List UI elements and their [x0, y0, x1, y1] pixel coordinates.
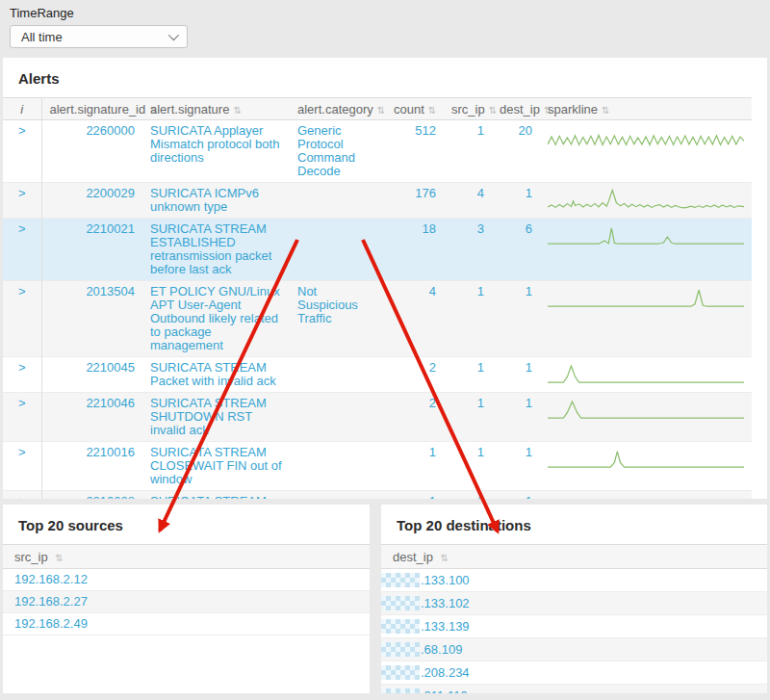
sparkline-cell	[540, 281, 752, 357]
alert-dest-ip-count[interactable]: 6	[492, 219, 540, 281]
expand-row-button[interactable]: >	[3, 120, 41, 183]
alert-row[interactable]: >2210038SURICATA STREAM FIN out of windo…	[3, 491, 752, 500]
alert-src-ip-count[interactable]: 1	[444, 442, 492, 491]
expand-row-button[interactable]: >	[3, 357, 41, 393]
alert-row[interactable]: >2200029SURICATA ICMPv6 unknown type1764…	[3, 183, 752, 219]
alert-signature-id[interactable]: 2210045	[41, 357, 142, 393]
alert-category[interactable]	[290, 491, 386, 500]
expand-row-button[interactable]: >	[3, 281, 41, 357]
alert-category[interactable]	[290, 357, 386, 393]
alert-dest-ip-count[interactable]: 1	[492, 183, 540, 219]
alert-count[interactable]: 1	[386, 491, 444, 500]
column-header-alert-signature_id[interactable]: alert.signature_id⇅	[41, 98, 142, 120]
top-destinations-table: dest_ip ⇅ .133.100.133.102.133.139.68.10…	[381, 544, 767, 693]
expand-row-button[interactable]: >	[3, 219, 41, 281]
alert-signature-id[interactable]: 2210016	[41, 442, 142, 491]
alert-dest-ip-count[interactable]: 1	[492, 393, 540, 442]
dest-ip-value[interactable]: .133.100	[381, 569, 767, 592]
alert-src-ip-count[interactable]: 3	[444, 219, 492, 281]
sparkline-chart	[548, 285, 744, 310]
alert-src-ip-count[interactable]: 1	[444, 357, 492, 393]
alert-signature[interactable]: SURICATA STREAM Packet with invalid ack	[142, 357, 290, 393]
alert-src-ip-count[interactable]: 1	[444, 393, 492, 442]
expand-row-button[interactable]: >	[3, 183, 41, 219]
source-ip-value[interactable]: 192.168.2.49	[3, 613, 370, 635]
alert-dest-ip-count[interactable]: 1	[492, 491, 540, 500]
src-ip-column-header[interactable]: src_ip ⇅	[3, 545, 370, 569]
column-header-src_ip[interactable]: src_ip⇅	[444, 98, 492, 120]
alert-row[interactable]: >2210016SURICATA STREAM CLOSEWAIT FIN ou…	[3, 442, 752, 491]
dest-ip-value[interactable]: .68.109	[381, 638, 767, 661]
dest-ip-column-header[interactable]: dest_ip ⇅	[381, 545, 767, 569]
sort-icon: ⇅	[233, 105, 241, 116]
alert-signature[interactable]: SURICATA STREAM CLOSEWAIT FIN out of win…	[142, 442, 290, 491]
sparkline-chart	[548, 124, 744, 149]
alert-row[interactable]: >2210021SURICATA STREAM ESTABLISHED retr…	[3, 219, 752, 281]
expand-row-button[interactable]: >	[3, 491, 41, 500]
dest-ip-value[interactable]: .211.110	[381, 685, 767, 694]
alert-signature-id[interactable]: 2013504	[41, 281, 142, 357]
alert-signature-id[interactable]: 2210038	[41, 491, 142, 500]
alert-count[interactable]: 2	[386, 357, 444, 393]
alert-category[interactable]	[290, 442, 386, 491]
top-destinations-panel: Top 20 destinations dest_ip ⇅ .133.100.1…	[381, 505, 767, 693]
source-ip-value[interactable]: 192.168.2.12	[3, 569, 370, 591]
column-header-alert-category[interactable]: alert.category⇅	[290, 98, 386, 120]
alert-count[interactable]: 4	[386, 281, 444, 357]
timerange-select[interactable]: All time	[10, 25, 188, 48]
alert-count[interactable]: 1	[386, 442, 444, 491]
alert-src-ip-count[interactable]: 1	[444, 281, 492, 357]
alert-count[interactable]: 512	[386, 120, 444, 183]
alert-row[interactable]: >2210046SURICATA STREAM SHUTDOWN RST inv…	[3, 393, 752, 442]
alert-signature[interactable]: SURICATA STREAM FIN out of window	[142, 491, 290, 500]
alert-row[interactable]: >2210045SURICATA STREAM Packet with inva…	[3, 357, 752, 393]
dest-ip-value[interactable]: .208.234	[381, 661, 767, 685]
alerts-table: ialert.signature_id⇅alert.signature⇅aler…	[3, 97, 752, 499]
dest-ip-value[interactable]: .133.102	[381, 592, 767, 615]
alert-dest-ip-count[interactable]: 20	[492, 120, 540, 183]
alerts-table-header: ialert.signature_id⇅alert.signature⇅aler…	[3, 98, 752, 120]
alert-row[interactable]: >2260000SURICATA Applayer Mismatch proto…	[3, 120, 752, 183]
column-header-dest_ip[interactable]: dest_ip⇅	[492, 98, 540, 120]
alert-count[interactable]: 2	[386, 393, 444, 442]
alert-signature-id[interactable]: 2210046	[41, 393, 142, 442]
alert-src-ip-count[interactable]: 1	[444, 120, 492, 183]
sparkline-cell	[540, 183, 752, 219]
column-header-count[interactable]: count⇅	[386, 98, 444, 120]
alert-dest-ip-count[interactable]: 1	[492, 357, 540, 393]
dest-ip-value[interactable]: .133.139	[381, 615, 767, 638]
alert-signature-id[interactable]: 2200029	[41, 183, 142, 219]
alert-signature[interactable]: SURICATA Applayer Mismatch protocol both…	[142, 120, 290, 183]
alert-signature[interactable]: SURICATA STREAM SHUTDOWN RST invalid ack	[142, 393, 290, 442]
alert-signature-id[interactable]: 2260000	[41, 120, 142, 183]
alert-category[interactable]: Not Suspicious Traffic	[290, 281, 386, 357]
column-header-alert-signature[interactable]: alert.signature⇅	[142, 98, 290, 120]
sort-icon: ⇅	[377, 105, 385, 116]
alert-signature[interactable]: SURICATA STREAM ESTABLISHED retransmissi…	[142, 219, 290, 281]
timerange-selected-value: All time	[21, 30, 63, 44]
alert-category[interactable]: Generic Protocol Command Decode	[290, 120, 386, 183]
expand-row-button[interactable]: >	[3, 442, 41, 491]
expand-row-button[interactable]: >	[3, 393, 41, 442]
alert-src-ip-count[interactable]: 1	[444, 491, 492, 500]
alert-category[interactable]	[290, 393, 386, 442]
alert-src-ip-count[interactable]: 4	[444, 183, 492, 219]
alert-row[interactable]: >2013504ET POLICY GNU/Linux APT User-Age…	[3, 281, 752, 357]
sort-icon: ⇅	[489, 105, 497, 116]
alert-signature[interactable]: ET POLICY GNU/Linux APT User-Agent Outbo…	[142, 281, 290, 357]
alert-signature-id[interactable]: 2210021	[41, 219, 142, 281]
sparkline-chart	[548, 446, 744, 471]
alert-category[interactable]	[290, 183, 386, 219]
alert-dest-ip-count[interactable]: 1	[492, 281, 540, 357]
sort-icon: ⇅	[55, 553, 63, 563]
alert-signature[interactable]: SURICATA ICMPv6 unknown type	[142, 183, 290, 219]
source-ip-value[interactable]: 192.168.2.27	[3, 591, 370, 613]
sparkline-chart	[548, 397, 744, 422]
alert-category[interactable]	[290, 219, 386, 281]
alert-count[interactable]: 18	[386, 219, 444, 281]
alert-count[interactable]: 176	[386, 183, 444, 219]
alert-dest-ip-count[interactable]: 1	[492, 442, 540, 491]
top-sources-panel: Top 20 sources src_ip ⇅ 192.168.2.12192.…	[3, 505, 370, 693]
column-header-sparkline[interactable]: sparkline⇅	[540, 98, 752, 120]
top-sources-title: Top 20 sources	[3, 505, 370, 544]
